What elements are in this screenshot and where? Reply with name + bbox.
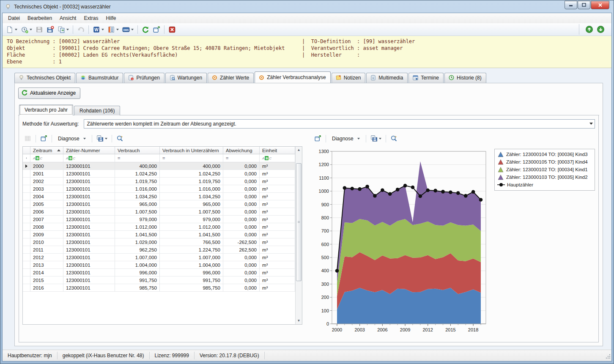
- table-row-2013[interactable]: 20131230001011.004,0001.004,0000,000m³: [23, 261, 295, 269]
- filter-cell[interactable]: ABC: [30, 154, 63, 162]
- legend-item-hauptzaehler[interactable]: Hauptzähler: [497, 181, 592, 189]
- legend-item[interactable]: Zähler: 123000104 TO: [00036] Kind3: [497, 151, 592, 158]
- row-selector[interactable]: [23, 193, 30, 200]
- row-selector[interactable]: [23, 284, 30, 292]
- column-header-zähler-nummer[interactable]: Zähler-Nummer: [63, 147, 115, 154]
- chevron-down-icon[interactable]: [101, 29, 104, 30]
- table-row-2015[interactable]: 2015123000101991,750991,7500,000m³: [23, 276, 295, 284]
- method-select[interactable]: Zählerwerte werden komplett im Zeitraum …: [84, 119, 595, 129]
- table-row-2003[interactable]: 20031230001011.016,0001.016,0000,000m³: [23, 185, 295, 193]
- filter-cell[interactable]: =: [223, 154, 260, 162]
- save-export-button[interactable]: [95, 134, 109, 143]
- navigate-down-button[interactable]: [595, 24, 606, 35]
- row-selector[interactable]: [23, 276, 30, 284]
- resize-grip[interactable]: [606, 354, 611, 360]
- table-row-2008[interactable]: 20081230001011.012,0001.012,0000,000m³: [23, 223, 295, 231]
- filter-cell[interactable]: ABC: [260, 154, 295, 162]
- row-selector[interactable]: [23, 216, 30, 223]
- filter-cell[interactable]: =: [115, 154, 160, 162]
- column-header-verbrauch[interactable]: Verbrauch: [115, 147, 160, 154]
- subtab-verbrauch-pro-jahr[interactable]: Verbrauch pro Jahr: [19, 104, 73, 115]
- chevron-down-icon[interactable]: [15, 29, 17, 30]
- tab-baumstruktur[interactable]: Baumstruktur: [76, 73, 123, 83]
- tab-notizen[interactable]: Notizen: [332, 73, 366, 83]
- search-edit-button[interactable]: [389, 134, 399, 143]
- chevron-down-icon[interactable]: [66, 29, 69, 30]
- chevron-down-icon[interactable]: [30, 29, 32, 30]
- filter-cell[interactable]: ABC: [63, 154, 115, 162]
- tab-technisches-objekt[interactable]: Technisches Objekt: [14, 73, 75, 83]
- legend-item[interactable]: Zähler: 123000102 TO: [00034] Kind1: [497, 166, 592, 173]
- row-selector[interactable]: [23, 269, 30, 276]
- diagnose-button[interactable]: Diagnose: [55, 134, 89, 143]
- save-close-button[interactable]: [45, 25, 55, 35]
- tab-zähler-werte[interactable]: Zähler Werte: [208, 73, 254, 83]
- maximize-button[interactable]: [578, 1, 590, 9]
- table-row-2014[interactable]: 2014123000101996,000996,0000,000m³: [23, 269, 295, 276]
- subtab-rohdaten-106-[interactable]: Rohdaten (106): [74, 106, 120, 115]
- column-header-verbrauch-in-unterzählern[interactable]: Verbrauch in Unterzählern: [160, 147, 223, 154]
- table-row-2011[interactable]: 2011123000101962,2501.224,750262,500m³: [23, 246, 295, 254]
- refresh-button[interactable]: [140, 25, 151, 35]
- dms-button[interactable]: DMS: [121, 25, 135, 35]
- tab-multimedia[interactable]: 6Multimedia: [366, 73, 408, 83]
- diagnose-button[interactable]: Diagnose: [329, 134, 363, 143]
- row-selector[interactable]: [23, 254, 30, 261]
- chevron-down-icon[interactable]: [379, 138, 381, 140]
- menu-extras[interactable]: Extras: [80, 14, 102, 23]
- minimize-button[interactable]: [565, 1, 577, 9]
- save-export-button[interactable]: [369, 134, 383, 143]
- tab-zähler-verbrauchsanalyse[interactable]: Zähler Verbrauchsanalyse: [255, 71, 330, 83]
- row-selector[interactable]: [23, 162, 30, 170]
- tab-wartungen[interactable]: Wartungen: [165, 73, 207, 83]
- row-selector[interactable]: [23, 178, 30, 185]
- chevron-down-icon[interactable]: [105, 138, 107, 140]
- table-row-2004[interactable]: 20041230001011.034,2501.034,2500,000m³: [23, 193, 295, 200]
- search-edit-button[interactable]: [115, 134, 125, 143]
- copy-transfer-button[interactable]: [56, 25, 70, 35]
- scrollbar-track[interactable]: [296, 153, 302, 317]
- table-row-2009[interactable]: 20091230001011.041,5001.041,5000,000m³: [23, 231, 295, 238]
- table-row-2000[interactable]: 2000123000101400,000400,0000,000m³: [23, 162, 295, 170]
- tab-historie-8-[interactable]: Historie (8): [444, 73, 486, 83]
- row-selector[interactable]: [23, 200, 30, 208]
- scroll-down-icon[interactable]: ▼: [296, 317, 302, 324]
- row-selector[interactable]: [23, 170, 30, 178]
- chevron-down-icon[interactable]: [116, 29, 119, 30]
- legend-item[interactable]: Zähler: 123000105 TO: [00037] Kind4: [497, 158, 592, 166]
- table-row-2010[interactable]: 20101230001011.029,000766,500-262,500m³: [23, 238, 295, 246]
- tab-termine[interactable]: Termine: [408, 73, 444, 83]
- scroll-up-icon[interactable]: ▲: [296, 147, 302, 153]
- title-bar[interactable]: Technisches Objekt - [00032] wasserzähle…: [2, 0, 612, 13]
- row-selector[interactable]: [23, 261, 30, 269]
- export-window-button[interactable]: [38, 134, 49, 143]
- scrollbar-thumb[interactable]: [296, 163, 302, 281]
- column-header-abweichung[interactable]: Abweichung: [223, 147, 260, 154]
- refresh-display-button[interactable]: Aktualisiere Anzeige: [18, 88, 80, 99]
- table-row-2006[interactable]: 20061230001011.007,5001.007,5000,000m³: [23, 208, 295, 216]
- legend-item[interactable]: Zähler: 123000103 TO: [00035] Kind2: [497, 173, 592, 181]
- menu-hilfe[interactable]: Hilfe: [102, 14, 120, 23]
- row-selector[interactable]: [23, 185, 30, 193]
- row-selector[interactable]: [23, 238, 30, 246]
- row-selector[interactable]: [23, 246, 30, 254]
- tab-prüfungen[interactable]: 1Prüfungen: [124, 73, 164, 83]
- table-row-2002[interactable]: 20021230001011.019,7501.019,7500,000m³: [23, 178, 295, 185]
- table-row-2005[interactable]: 2005123000101965,000965,0000,000m³: [23, 200, 295, 208]
- table-scrollbar[interactable]: ▲ ▼: [295, 147, 302, 324]
- export-window-button[interactable]: [312, 134, 323, 143]
- filter-cell[interactable]: =: [160, 154, 223, 162]
- column-header-zeitraum[interactable]: Zeitraum: [30, 147, 63, 154]
- navigate-up-button[interactable]: [584, 24, 595, 35]
- report-list-button[interactable]: [106, 25, 120, 35]
- close-button[interactable]: [591, 1, 609, 9]
- row-selector[interactable]: [23, 208, 30, 216]
- menu-ansicht[interactable]: Ansicht: [56, 14, 80, 23]
- chevron-down-icon[interactable]: [131, 29, 134, 30]
- row-selector[interactable]: [23, 223, 30, 231]
- word-export-button[interactable]: W: [91, 25, 105, 35]
- delete-button[interactable]: [167, 25, 177, 35]
- clock-history-button[interactable]: [19, 25, 33, 35]
- table-row-2007[interactable]: 2007123000101979,000979,0000,000m³: [23, 216, 295, 223]
- table-row-2012[interactable]: 20121230001011.007,0001.007,0000,000m³: [23, 254, 295, 261]
